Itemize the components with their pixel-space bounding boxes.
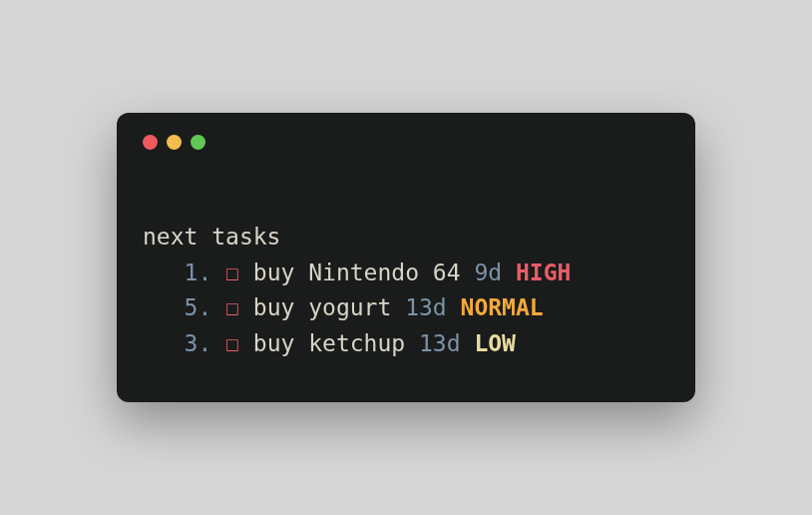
task-index: 3. [185,330,212,356]
task-age: 9d [474,259,502,285]
task-priority: NORMAL [461,294,544,320]
checkbox-icon: ☐ [225,294,239,320]
checkbox-icon: ☐ [225,259,239,285]
close-icon[interactable] [143,135,158,150]
task-description: buy yogurt [253,294,391,320]
window-controls [143,135,669,150]
terminal-window: next tasks 1. ☐ buy Nintendo 64 9d HIGH … [117,113,695,401]
task-description: buy ketchup [253,330,405,356]
task-priority: LOW [474,330,516,356]
terminal-output: next tasks 1. ☐ buy Nintendo 64 9d HIGH … [143,184,669,361]
task-row: 1. ☐ buy Nintendo 64 9d HIGH [143,259,571,285]
task-row: 3. ☐ buy ketchup 13d LOW [143,330,516,356]
task-index: 5. [185,294,212,320]
task-description: buy Nintendo 64 [253,259,461,285]
checkbox-icon: ☐ [225,330,239,356]
tasks-heading: next tasks [143,224,280,250]
zoom-icon[interactable] [191,135,205,150]
minimize-icon[interactable] [167,135,182,150]
task-priority: HIGH [516,259,571,285]
task-row: 5. ☐ buy yogurt 13d NORMAL [143,294,544,320]
task-age: 13d [405,294,447,320]
task-age: 13d [419,330,461,356]
task-index: 1. [185,259,212,285]
